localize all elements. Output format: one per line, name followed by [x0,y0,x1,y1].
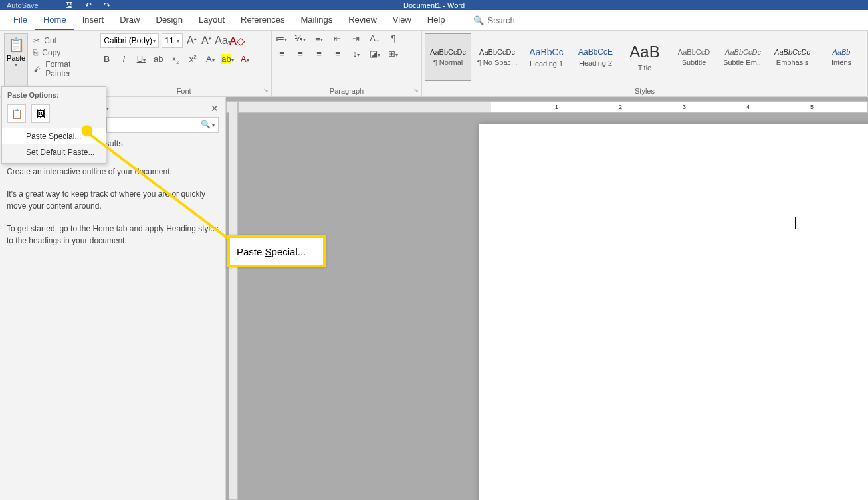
brush-icon: 🖌 [33,64,41,74]
vertical-ruler[interactable] [229,101,238,500]
bullets-button[interactable]: ≔▾ [276,33,288,43]
increase-indent-button[interactable]: ⇥ [350,33,362,43]
quick-access-toolbar: 🖫 ↶ ↷ [65,1,110,10]
style-heading-1[interactable]: AaBbCcHeading 1 [523,33,570,81]
scissors-icon: ✂ [33,36,40,45]
ribbon: 📋 Paste ▾ ✂Cut ⎘Copy 🖌Format Painter Cal… [0,31,868,97]
tab-design[interactable]: Design [148,10,191,30]
style-title[interactable]: AaBTitle [621,33,668,81]
font-group: Calibri (Body)▾ 11▾ A▴ A▾ Aa▾ A◇ B I U▾ … [96,31,272,96]
style-intens[interactable]: AaBbIntens [818,33,865,81]
paragraph-group-label: Paragraph [272,87,421,95]
italic-button[interactable]: I [118,54,130,64]
tab-insert[interactable]: Insert [74,10,112,30]
format-painter-button[interactable]: 🖌Format Painter [33,60,92,78]
increase-font-icon[interactable]: A▴ [185,35,197,47]
search-input[interactable] [484,15,617,25]
text-effects-button[interactable]: A▾ [204,54,216,64]
line-spacing-button[interactable]: ↕▾ [350,49,362,59]
paste-options-menu: Paste Options: 📋 🖼 Paste Special... Set … [1,86,106,164]
decrease-indent-button[interactable]: ⇤ [332,33,344,43]
tab-mailings[interactable]: Mailings [293,10,341,30]
paragraph-dialog-launcher-icon[interactable]: ↘ [413,87,419,94]
multilevel-button[interactable]: ≡▾ [313,33,325,43]
strikethrough-button[interactable]: ab [152,54,164,64]
align-right-button[interactable]: ≡ [313,49,325,59]
paste-options-header: Paste Options: [2,87,106,102]
horizontal-ruler[interactable]: 12345 [238,101,868,113]
justify-button[interactable]: ≡ [332,49,344,59]
cut-button[interactable]: ✂Cut [33,36,92,45]
tab-file[interactable]: File [5,10,35,30]
set-default-paste-menu-item[interactable]: Set Default Paste... [2,144,106,160]
font-name-select[interactable]: Calibri (Body)▾ [100,33,159,48]
shading-button[interactable]: ◪▾ [369,49,381,59]
document-page[interactable] [479,124,868,500]
save-icon[interactable]: 🖫 [65,1,73,10]
borders-button[interactable]: ⊞▾ [387,49,399,59]
nav-search-icon[interactable]: 🔍 ▾ [201,120,215,129]
copy-icon: ⎘ [33,48,38,57]
paste-dropdown-icon[interactable]: ▾ [15,62,17,68]
nav-close-button[interactable]: ✕ [211,103,219,114]
tab-draw[interactable]: Draw [112,10,148,30]
annotation-dot [82,126,92,136]
undo-icon[interactable]: ↶ [85,1,92,10]
clipboard-icon: 📋 [8,37,25,53]
align-center-button[interactable]: ≡ [294,49,306,59]
nav-help-text-1: Create an interactive outline of your do… [7,166,219,178]
autosave-toggle[interactable]: AutoSave [7,1,39,9]
tab-layout[interactable]: Layout [191,10,233,30]
annotation-callout: Paste Special... [227,235,326,267]
tab-review[interactable]: Review [340,10,385,30]
underline-button[interactable]: U▾ [135,54,147,64]
styles-group-label: Styles [422,87,867,95]
style-emphasis[interactable]: AaBbCcDcEmphasis [769,33,815,81]
keep-source-formatting-icon[interactable]: 📋 [7,104,26,123]
style-heading-2[interactable]: AaBbCcEHeading 2 [572,33,619,81]
numbering-button[interactable]: ⅓▾ [294,33,306,43]
sort-button[interactable]: A↓ [369,33,381,43]
style---no-spac---[interactable]: AaBbCcDc¶ No Spac... [474,33,520,81]
paste-picture-icon[interactable]: 🖼 [31,104,50,123]
subscript-button[interactable]: x2 [169,53,181,65]
copy-button[interactable]: ⎘Copy [33,48,92,57]
tab-help[interactable]: Help [419,10,453,30]
superscript-button[interactable]: x2 [187,54,199,64]
style-subtle-em---[interactable]: AaBbCcDcSubtle Em... [720,33,766,81]
bold-button[interactable]: B [100,54,112,64]
show-hide-button[interactable]: ¶ [387,33,399,43]
paste-label: Paste [7,54,25,62]
change-case-icon[interactable]: Aa▾ [215,35,227,47]
decrease-font-icon[interactable]: A▾ [200,35,212,47]
document-title: Document1 - Word [403,0,465,10]
styles-group: AaBbCcDc¶ NormalAaBbCcDc¶ No Spac...AaBb… [422,31,868,96]
document-area: L 12345 [226,97,868,500]
nav-dropdown-icon[interactable]: ▾ [106,106,109,112]
font-dialog-launcher-icon[interactable]: ↘ [263,87,269,94]
style-subtitle[interactable]: AaBbCcDSubtitle [671,33,717,81]
clear-formatting-icon[interactable]: A◇ [229,35,241,47]
style---normal[interactable]: AaBbCcDc¶ Normal [425,33,471,81]
align-left-button[interactable]: ≡ [276,49,288,59]
font-group-label: Font [96,87,271,95]
ribbon-tabs: File Home Insert Draw Design Layout Refe… [0,10,868,31]
text-cursor [795,217,796,229]
font-size-select[interactable]: 11▾ [162,33,183,48]
paragraph-group: ≔▾ ⅓▾ ≡▾ ⇤ ⇥ A↓ ¶ ≡ ≡ ≡ ≡ ↕▾ ◪▾ ⊞▾ Parag… [272,31,422,96]
tab-home[interactable]: Home [35,10,74,30]
tab-references[interactable]: References [233,10,292,30]
font-color-button[interactable]: A▾ [239,54,251,64]
nav-help-text-3: To get started, go to the Home tab and a… [7,223,219,247]
tab-view[interactable]: View [385,10,419,30]
title-bar: AutoSave 🖫 ↶ ↷ Document1 - Word [0,0,868,10]
highlight-button[interactable]: ab▾ [221,54,233,64]
redo-icon[interactable]: ↷ [104,1,110,10]
search-icon: 🔍 [473,15,484,25]
